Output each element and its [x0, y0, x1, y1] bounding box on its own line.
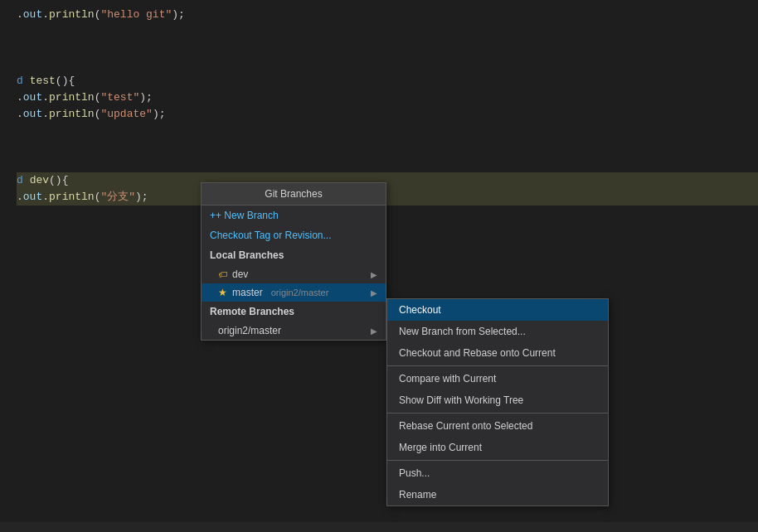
merge-current-item[interactable]: Merge into Current — [387, 437, 608, 458]
local-branches-header: Local Branches — [202, 245, 386, 265]
code-line — [17, 56, 758, 73]
code-line: d test(){ — [17, 73, 758, 89]
popup-title: Git Branches — [202, 183, 386, 206]
submenu-arrow-origin: ▶ — [371, 326, 377, 336]
git-branches-popup: Git Branches + + New Branch Checkout Tag… — [201, 182, 386, 341]
branch-origin-left: origin2/master — [218, 325, 281, 336]
code-line: .out.println("分支"); — [17, 189, 758, 206]
branch-dev[interactable]: 🏷 dev ▶ — [202, 265, 386, 283]
remote-branches-header: Remote Branches — [202, 302, 386, 322]
code-line: .out.println("test"); — [17, 89, 758, 106]
show-diff-item[interactable]: Show Diff with Working Tree — [387, 389, 608, 411]
new-branch-from-item[interactable]: New Branch from Selected... — [387, 321, 608, 342]
checkout-label: Checkout — [399, 304, 441, 316]
branch-master-name: master — [232, 287, 263, 298]
branch-master-tracking: origin2/master — [271, 288, 329, 297]
checkout-item[interactable]: Checkout — [387, 299, 608, 321]
new-branch-label: + New Branch — [216, 210, 279, 221]
merge-current-label: Merge into Current — [399, 442, 482, 453]
separator-2 — [387, 413, 608, 414]
push-label: Push... — [399, 467, 430, 479]
code-line — [17, 40, 758, 56]
separator-1 — [387, 365, 608, 366]
submenu-arrow-master: ▶ — [371, 288, 377, 297]
code-line — [17, 23, 758, 40]
scrollbar-area — [0, 522, 758, 532]
code-line — [17, 206, 758, 222]
rename-item[interactable]: Rename — [387, 484, 608, 505]
branch-dev-left: 🏷 dev — [218, 268, 248, 280]
checkout-tag-button[interactable]: Checkout Tag or Revision... — [202, 225, 386, 245]
checkout-tag-label: Checkout Tag or Revision... — [210, 230, 332, 241]
show-diff-label: Show Diff with Working Tree — [399, 394, 523, 406]
new-branch-from-label: New Branch from Selected... — [399, 326, 526, 337]
code-line — [17, 272, 758, 288]
code-line: .out.println("update"); — [17, 106, 758, 123]
code-line — [17, 239, 758, 255]
separator-3 — [387, 460, 608, 461]
context-menu: Checkout New Branch from Selected... Che… — [386, 298, 609, 506]
tag-icon: 🏷 — [218, 269, 227, 279]
compare-current-item[interactable]: Compare with Current — [387, 368, 608, 389]
branch-master[interactable]: ★ master origin2/master ▶ — [202, 283, 386, 302]
rebase-current-item[interactable]: Rebase Current onto Selected — [387, 415, 608, 437]
branch-master-left: ★ master origin2/master — [218, 287, 328, 298]
code-line — [17, 139, 758, 156]
code-line: d dev(){ — [17, 172, 758, 189]
branch-dev-name: dev — [232, 268, 248, 280]
code-line — [17, 123, 758, 139]
star-icon: ★ — [218, 287, 227, 298]
plus-icon: + — [210, 210, 216, 221]
rename-label: Rename — [399, 489, 436, 501]
push-item[interactable]: Push... — [387, 462, 608, 484]
submenu-arrow-dev: ▶ — [371, 270, 377, 279]
code-line: .out.println("hello git"); — [17, 7, 758, 23]
code-line — [17, 222, 758, 239]
branch-origin-name: origin2/master — [218, 325, 281, 336]
code-line — [17, 156, 758, 172]
new-branch-button[interactable]: + + New Branch — [202, 206, 386, 225]
compare-current-label: Compare with Current — [399, 373, 496, 384]
checkout-rebase-item[interactable]: Checkout and Rebase onto Current — [387, 342, 608, 364]
rebase-current-label: Rebase Current onto Selected — [399, 420, 532, 432]
branch-origin2-master[interactable]: origin2/master ▶ — [202, 322, 386, 340]
code-line — [17, 255, 758, 272]
checkout-rebase-label: Checkout and Rebase onto Current — [399, 347, 556, 359]
